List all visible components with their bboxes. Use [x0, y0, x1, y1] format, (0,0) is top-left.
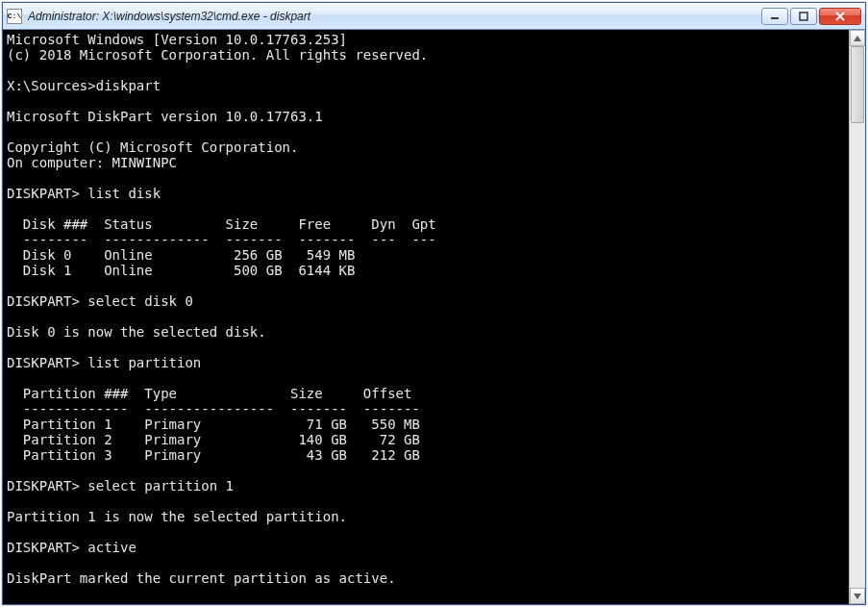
line: X:\Sources>diskpart	[7, 78, 161, 93]
minimize-icon	[770, 12, 780, 21]
scroll-up-button[interactable]	[850, 30, 865, 46]
titlebar[interactable]: C:\ Administrator: X:\windows\system32\c…	[3, 3, 865, 30]
scroll-down-button[interactable]	[850, 588, 865, 604]
line: Partition 1 is now the selected partitio…	[7, 509, 347, 524]
close-icon	[835, 12, 845, 21]
console-output[interactable]: Microsoft Windows [Version 10.0.17763.25…	[3, 30, 849, 604]
line: Microsoft DiskPart version 10.0.17763.1	[7, 109, 323, 124]
line: Disk ### Status Size Free Dyn Gpt	[7, 216, 436, 232]
line: DISKPART> active	[7, 540, 136, 555]
minimize-button[interactable]	[761, 8, 788, 25]
line: Disk 1 Online 500 GB 6144 KB	[7, 263, 355, 278]
window-controls	[761, 8, 861, 25]
line: DISKPART> list partition	[7, 355, 201, 370]
close-button[interactable]	[819, 8, 861, 25]
line: ------------- ---------------- ------- -…	[7, 401, 420, 417]
app-icon: C:\	[7, 9, 22, 24]
console-wrap: Microsoft Windows [Version 10.0.17763.25…	[3, 30, 865, 604]
line: DISKPART> select disk 0	[7, 293, 193, 309]
vertical-scrollbar[interactable]	[849, 30, 865, 604]
line: Partition 1 Primary 71 GB 550 MB	[7, 417, 420, 432]
line: Copyright (C) Microsoft Corporation.	[7, 139, 298, 155]
line: Partition 3 Primary 43 GB 212 GB	[7, 447, 420, 463]
line: Disk 0 Online 256 GB 549 MB	[7, 247, 355, 263]
maximize-icon	[799, 12, 808, 21]
line: (c) 2018 Microsoft Corporation. All righ…	[7, 47, 428, 63]
line: DISKPART> select partition 1	[7, 478, 234, 493]
window-title: Administrator: X:\windows\system32\cmd.e…	[28, 10, 756, 23]
line: Partition ### Type Size Offset	[7, 386, 411, 401]
scrollbar-thumb[interactable]	[851, 46, 864, 123]
command-prompt-window: C:\ Administrator: X:\windows\system32\c…	[2, 2, 866, 605]
line: Microsoft Windows [Version 10.0.17763.25…	[7, 32, 347, 47]
svg-rect-1	[800, 13, 807, 20]
line: DiskPart marked the current partition as…	[7, 570, 396, 586]
scrollbar-track[interactable]	[850, 46, 865, 588]
line: Disk 0 is now the selected disk.	[7, 324, 266, 340]
chevron-up-icon	[854, 36, 861, 41]
line: -------- ------------- ------- ------- -…	[7, 232, 436, 247]
line: DISKPART> list disk	[7, 186, 161, 201]
line: On computer: MINWINPC	[7, 155, 177, 170]
svg-rect-0	[771, 17, 779, 19]
chevron-down-icon	[854, 594, 861, 599]
maximize-button[interactable]	[790, 8, 817, 25]
line: Partition 2 Primary 140 GB 72 GB	[7, 432, 420, 447]
